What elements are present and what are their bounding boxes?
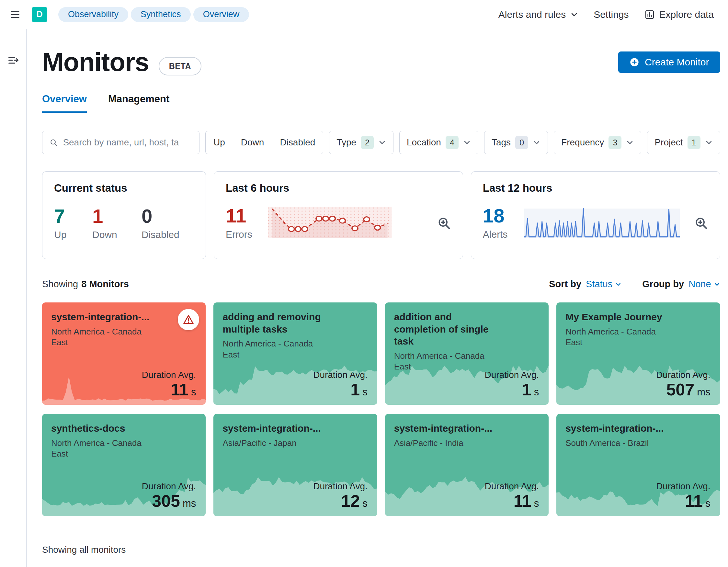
- monitor-name: synthetics-docs: [51, 422, 157, 435]
- explore-data-link[interactable]: Explore data: [644, 9, 714, 20]
- settings-link[interactable]: Settings: [594, 9, 629, 20]
- duration-avg: Duration Avg. 11s: [656, 481, 711, 511]
- up-count: 7: [54, 207, 92, 226]
- monitor-card[interactable]: system-integration-... North America - C…: [42, 302, 206, 405]
- monitor-card[interactable]: synthetics-docs North America - Canada E…: [42, 414, 206, 516]
- search-input[interactable]: [63, 137, 192, 148]
- expand-sidebar-icon[interactable]: [7, 54, 19, 67]
- filter-count-badge: 3: [609, 136, 621, 149]
- explore-data-label: Explore data: [659, 9, 714, 20]
- alert-triangle-icon: [183, 314, 194, 325]
- monitor-error-button[interactable]: [178, 309, 199, 330]
- monitor-name: system-integration-...: [222, 422, 329, 435]
- duration-avg: Duration Avg. 1s: [313, 370, 368, 400]
- monitor-location: North America - Canada East: [565, 326, 662, 348]
- tab-management[interactable]: Management: [108, 93, 169, 113]
- errors-sparkline: [267, 204, 397, 242]
- monitor-name: adding and removing multiple tasks: [222, 311, 329, 335]
- monitor-name: system-integration-...: [51, 311, 157, 323]
- last-12-hours-card: Last 12 hours 18 Alerts: [471, 171, 720, 259]
- magnify-icon: [437, 216, 451, 230]
- chevron-down-icon: [714, 281, 720, 288]
- duration-avg: Duration Avg. 11s: [142, 370, 196, 400]
- alerts-and-rules-label: Alerts and rules: [498, 9, 566, 20]
- duration-avg: Duration Avg. 507ms: [656, 370, 711, 400]
- alerts-count: 18: [483, 206, 515, 226]
- filter-project-label: Project: [654, 137, 683, 148]
- search-icon: [50, 138, 58, 147]
- monitor-name: system-integration-...: [394, 422, 500, 435]
- chevron-down-icon: [626, 139, 634, 146]
- chevron-down-icon: [615, 281, 621, 288]
- sort-by-value[interactable]: Status: [586, 279, 621, 289]
- workspace-badge[interactable]: D: [32, 7, 47, 22]
- tab-overview[interactable]: Overview: [42, 93, 87, 113]
- monitor-location: South America - Brazil: [565, 438, 662, 449]
- search-box: [42, 131, 199, 154]
- alerts-and-rules-menu[interactable]: Alerts and rules: [498, 9, 578, 20]
- monitor-grid: system-integration-... North America - C…: [42, 302, 720, 516]
- last-6-hours-title: Last 6 hours: [226, 182, 451, 194]
- monitor-card[interactable]: system-integration-... Asia/Pacific - In…: [385, 414, 549, 516]
- monitor-location: North America - Canada East: [222, 338, 319, 360]
- inspect-errors-button[interactable]: [437, 216, 451, 230]
- chevron-down-icon: [570, 11, 578, 18]
- monitor-card[interactable]: system-integration-... Asia/Pacific - Ja…: [213, 414, 377, 516]
- disabled-count: 0: [142, 207, 180, 226]
- menu-icon[interactable]: [10, 10, 21, 19]
- status-filter-group: Up Down Disabled: [205, 131, 323, 154]
- explore-data-icon: [644, 9, 655, 20]
- filter-disabled-button[interactable]: Disabled: [272, 131, 323, 154]
- filter-type-dropdown[interactable]: Type 2: [329, 131, 393, 154]
- monitor-name: system-integration-...: [565, 422, 672, 435]
- inspect-alerts-button[interactable]: [694, 216, 708, 230]
- stats-row: Current status 7 Up 1 Down 0 Disabled: [42, 171, 720, 259]
- filter-location-label: Location: [407, 137, 441, 148]
- filter-project-dropdown[interactable]: Project 1: [647, 131, 720, 154]
- monitor-name: My Example Journey: [565, 311, 672, 323]
- last-6-hours-card: Last 6 hours 11 Errors: [214, 171, 463, 259]
- filter-bar: Up Down Disabled Type 2 Location 4 Tags …: [42, 131, 720, 154]
- monitor-card[interactable]: addition and completion of single task N…: [385, 302, 549, 405]
- duration-avg: Duration Avg. 305ms: [142, 481, 196, 511]
- breadcrumb-overview[interactable]: Overview: [193, 7, 249, 22]
- current-status-card: Current status 7 Up 1 Down 0 Disabled: [42, 171, 206, 259]
- group-by-control[interactable]: Group by None: [642, 279, 720, 289]
- settings-label: Settings: [594, 9, 629, 20]
- filter-down-button[interactable]: Down: [233, 131, 272, 154]
- down-stat: 1 Down: [92, 207, 142, 240]
- chevron-down-icon: [463, 139, 471, 146]
- monitor-location: North America - Canada East: [51, 326, 147, 348]
- chevron-down-icon: [378, 139, 386, 146]
- page-title: Monitors: [42, 47, 149, 77]
- breadcrumb-observability[interactable]: Observability: [58, 7, 128, 22]
- filter-count-badge: 0: [515, 136, 528, 149]
- list-header: Showing8 Monitors Sort by Status Group b…: [42, 279, 720, 289]
- monitor-card[interactable]: adding and removing multiple tasks North…: [213, 302, 377, 405]
- up-stat: 7 Up: [54, 207, 92, 240]
- monitor-location: Asia/Pacific - Japan: [222, 438, 319, 449]
- filter-count-badge: 1: [688, 136, 700, 149]
- disabled-stat: 0 Disabled: [142, 207, 180, 240]
- chevron-down-icon: [705, 139, 713, 146]
- filter-tags-dropdown[interactable]: Tags 0: [484, 131, 548, 154]
- filter-frequency-label: Frequency: [561, 137, 604, 148]
- breadcrumb: Observability Synthetics Overview: [58, 7, 249, 22]
- group-by-value[interactable]: None: [688, 279, 720, 289]
- filter-frequency-dropdown[interactable]: Frequency 3: [554, 131, 641, 154]
- filter-up-button[interactable]: Up: [206, 131, 233, 154]
- alerts-sparkline: [524, 204, 680, 242]
- duration-avg: Duration Avg. 11s: [485, 481, 539, 511]
- breadcrumb-synthetics[interactable]: Synthetics: [131, 7, 191, 22]
- create-monitor-button[interactable]: Create Monitor: [618, 51, 720, 73]
- tab-bar: Overview Management: [42, 93, 720, 113]
- showing-all-monitors-note: Showing all monitors: [42, 545, 720, 567]
- magnify-icon: [694, 216, 708, 230]
- last-12-hours-title: Last 12 hours: [483, 182, 708, 194]
- plus-in-circle-icon: [629, 57, 640, 67]
- showing-count: Showing8 Monitors: [42, 279, 129, 289]
- monitor-card[interactable]: My Example Journey North America - Canad…: [556, 302, 720, 405]
- sort-by-control[interactable]: Sort by Status: [549, 279, 621, 289]
- monitor-card[interactable]: system-integration-... South America - B…: [556, 414, 720, 516]
- filter-location-dropdown[interactable]: Location 4: [399, 131, 478, 154]
